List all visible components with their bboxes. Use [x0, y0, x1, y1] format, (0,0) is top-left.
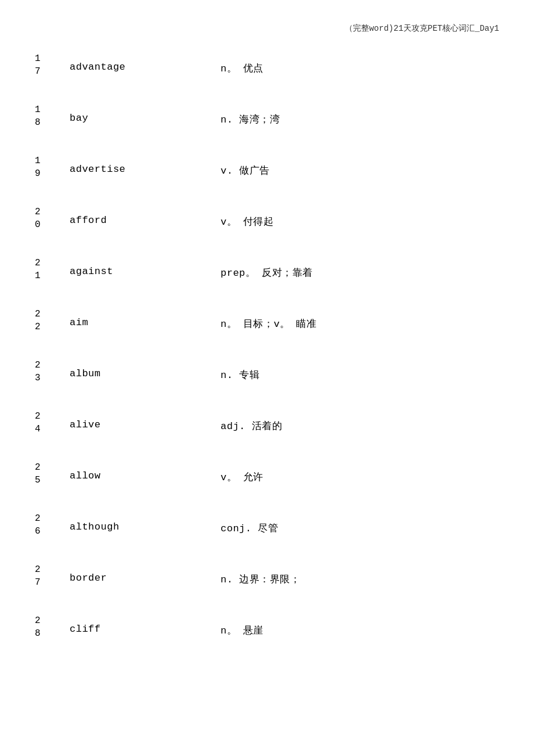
entry-definition: n. 边界：界限； — [221, 562, 499, 586]
vocab-row: 20affordv。 付得起 — [35, 204, 499, 239]
vocab-row: 23albumn. 专辑 — [35, 358, 499, 393]
entry-number: 24 — [35, 409, 70, 436]
entry-number: 19 — [35, 153, 70, 181]
entry-word: album — [70, 358, 221, 379]
vocab-row: 26althoughconj. 尽管 — [35, 511, 499, 546]
page-header: （完整word)21天攻克PET核心词汇_Day1 — [35, 23, 499, 34]
entry-definition: n. 海湾；湾 — [221, 102, 499, 126]
entry-word: aim — [70, 307, 221, 328]
vocab-row: 21againstprep。 反对；靠着 — [35, 255, 499, 290]
vocab-row: 27bordern. 边界：界限； — [35, 562, 499, 597]
vocab-row: 22aimn。 目标；v。 瞄准 — [35, 307, 499, 341]
entry-word: alive — [70, 409, 221, 430]
vocab-row: 18bayn. 海湾；湾 — [35, 102, 499, 137]
entry-definition: n。 悬崖 — [221, 613, 499, 637]
entry-word: bay — [70, 102, 221, 124]
entry-number: 20 — [35, 204, 70, 232]
entry-definition: v. 做广告 — [221, 153, 499, 177]
entry-definition: prep。 反对；靠着 — [221, 255, 499, 279]
entry-definition: n. 专辑 — [221, 358, 499, 381]
entry-word: afford — [70, 204, 221, 226]
entry-number: 18 — [35, 102, 70, 129]
entry-word: against — [70, 255, 221, 277]
entry-number: 25 — [35, 460, 70, 487]
entry-word: allow — [70, 460, 221, 481]
vocab-row: 17advantagen。 优点 — [35, 51, 499, 86]
entry-number: 26 — [35, 511, 70, 538]
entry-number: 22 — [35, 307, 70, 334]
page-title: （完整word)21天攻克PET核心词汇_Day1 — [345, 24, 499, 33]
entry-number: 27 — [35, 562, 70, 589]
entry-definition: adj. 活着的 — [221, 409, 499, 433]
entry-definition: conj. 尽管 — [221, 511, 499, 535]
entry-word: border — [70, 562, 221, 584]
entry-number: 17 — [35, 51, 70, 78]
entry-number: 28 — [35, 613, 70, 640]
vocab-row: 24aliveadj. 活着的 — [35, 409, 499, 444]
vocab-row: 19advertisev. 做广告 — [35, 153, 499, 188]
vocab-row: 28cliffn。 悬崖 — [35, 613, 499, 648]
entry-word: cliff — [70, 613, 221, 635]
entry-number: 23 — [35, 358, 70, 385]
vocab-list: 17advantagen。 优点18bayn. 海湾；湾19advertisev… — [35, 51, 499, 648]
entry-word: although — [70, 511, 221, 532]
entry-definition: n。 目标；v。 瞄准 — [221, 307, 499, 330]
entry-definition: v。 允许 — [221, 460, 499, 484]
entry-definition: v。 付得起 — [221, 204, 499, 228]
entry-word: advertise — [70, 153, 221, 175]
entry-number: 21 — [35, 255, 70, 283]
vocab-row: 25allowv。 允许 — [35, 460, 499, 495]
entry-definition: n。 优点 — [221, 51, 499, 75]
entry-word: advantage — [70, 51, 221, 73]
